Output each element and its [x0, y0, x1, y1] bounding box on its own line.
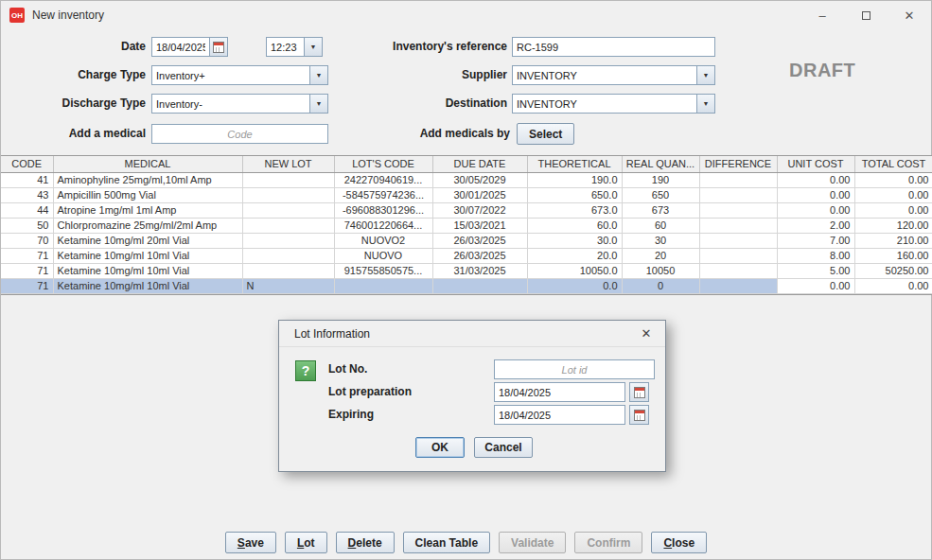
table-cell[interactable]: 0.00	[777, 172, 854, 187]
save-button[interactable]: Save	[225, 532, 276, 553]
column-header[interactable]: UNIT COST	[777, 156, 854, 172]
table-cell[interactable]: 242270940619...	[334, 172, 432, 187]
table-cell[interactable]: NUOVO	[334, 248, 432, 263]
table-cell[interactable]: 10050	[622, 263, 699, 278]
table-cell[interactable]: 120.00	[854, 218, 932, 233]
close-button[interactable]: Close	[651, 532, 707, 553]
supplier-select[interactable]: INVENTORY ▼	[512, 65, 715, 85]
table-cell[interactable]: 0.00	[777, 278, 854, 293]
lot-button[interactable]: Lot	[285, 532, 327, 553]
table-row[interactable]: 41Aminophyline 25mg/ml,10ml Amp242270940…	[1, 172, 932, 187]
table-cell[interactable]: Ketamine 10mg/ml 10ml Vial	[53, 248, 242, 263]
column-header[interactable]: REAL QUAN...	[622, 156, 699, 172]
window-close-button[interactable]: ✕	[888, 1, 931, 29]
table-cell[interactable]: 30/01/2025	[432, 187, 527, 202]
table-cell[interactable]: 915755850575...	[334, 263, 432, 278]
table-cell[interactable]	[699, 187, 777, 202]
table-cell[interactable]: Ketamine 10mg/ml 10ml Vial	[53, 278, 242, 293]
table-cell[interactable]: 210.00	[854, 233, 932, 248]
table-cell[interactable]: 0.00	[777, 187, 854, 202]
table-cell[interactable]	[699, 263, 777, 278]
table-cell[interactable]: 15/03/2021	[432, 218, 527, 233]
table-cell[interactable]: 20	[622, 248, 699, 263]
table-cell[interactable]: 0.00	[854, 187, 932, 202]
table-row[interactable]: 71Ketamine 10mg/ml 10ml VialNUOVO26/03/2…	[1, 248, 932, 263]
column-header[interactable]: LOT'S CODE	[334, 156, 432, 172]
lot-preparation-input[interactable]	[495, 383, 624, 401]
table-cell[interactable]	[242, 172, 334, 187]
lot-preparation-calendar-button[interactable]	[629, 382, 649, 402]
table-row[interactable]: 43Ampicillin 500mg Vial-584575974236...3…	[1, 187, 932, 202]
table-cell[interactable]: 31/03/2025	[432, 263, 527, 278]
charge-type-dropdown-button[interactable]: ▼	[309, 66, 327, 84]
table-cell[interactable]: 30/07/2022	[432, 202, 527, 218]
table-cell[interactable]: 50	[1, 218, 53, 233]
table-cell[interactable]	[334, 278, 432, 293]
time-input[interactable]	[267, 38, 304, 56]
clean-table-button[interactable]: Clean Table	[403, 532, 490, 553]
maximize-button[interactable]	[844, 1, 888, 29]
table-cell[interactable]: Ampicillin 500mg Vial	[53, 187, 242, 202]
table-cell[interactable]: 5.00	[777, 263, 854, 278]
table-cell[interactable]: 8.00	[777, 248, 854, 263]
table-cell[interactable]: 60	[622, 218, 699, 233]
table-cell[interactable]: 10050.0	[527, 263, 622, 278]
table-cell[interactable]: Aminophyline 25mg/ml,10ml Amp	[53, 172, 242, 187]
table-cell[interactable]: 71	[1, 278, 53, 293]
table-cell[interactable]: 30	[622, 233, 699, 248]
table-cell[interactable]	[699, 248, 777, 263]
table-cell[interactable]: N	[242, 278, 334, 293]
table-cell[interactable]	[242, 233, 334, 248]
table-cell[interactable]: 0.00	[777, 202, 854, 218]
table-cell[interactable]: 2.00	[777, 218, 854, 233]
expiring-input[interactable]	[495, 406, 624, 424]
table-cell[interactable]: 0.00	[854, 172, 932, 187]
table-cell[interactable]: 190.0	[527, 172, 622, 187]
table-cell[interactable]: 0.0	[527, 278, 622, 293]
table-row[interactable]: 71Ketamine 10mg/ml 10ml VialN0.000.000.0…	[1, 278, 932, 293]
table-cell[interactable]: 650.0	[527, 187, 622, 202]
column-header[interactable]: CODE	[1, 156, 53, 172]
table-cell[interactable]: 7.00	[777, 233, 854, 248]
column-header[interactable]: THEORETICAL	[527, 156, 622, 172]
table-cell[interactable]	[699, 172, 777, 187]
reference-input[interactable]	[513, 38, 714, 56]
lot-no-input[interactable]	[495, 360, 654, 378]
date-calendar-button[interactable]	[209, 38, 227, 56]
table-cell[interactable]: Ketamine 10mg/ml 20ml Vial	[53, 233, 242, 248]
table-cell[interactable]: 20.0	[527, 248, 622, 263]
table-cell[interactable]: 41	[1, 172, 53, 187]
table-cell[interactable]	[242, 248, 334, 263]
discharge-type-select[interactable]: Inventory- ▼	[151, 94, 328, 114]
delete-button[interactable]: Delete	[336, 532, 395, 553]
table-row[interactable]: 71Ketamine 10mg/ml 10ml Vial915755850575…	[1, 263, 932, 278]
table-cell[interactable]: -584575974236...	[334, 187, 432, 202]
table-cell[interactable]: 71	[1, 248, 53, 263]
table-cell[interactable]: 746001220664...	[334, 218, 432, 233]
ok-button[interactable]: OK	[415, 437, 465, 458]
table-cell[interactable]: 44	[1, 202, 53, 218]
table-cell[interactable]	[699, 202, 777, 218]
table-cell[interactable]: 0	[622, 278, 699, 293]
table-cell[interactable]	[699, 233, 777, 248]
table-cell[interactable]	[699, 218, 777, 233]
expiring-calendar-button[interactable]	[629, 405, 649, 425]
table-cell[interactable]: 71	[1, 263, 53, 278]
column-header[interactable]: NEW LOT	[242, 156, 334, 172]
table-cell[interactable]: 26/03/2025	[432, 233, 527, 248]
table-cell[interactable]: 30.0	[527, 233, 622, 248]
table-cell[interactable]	[242, 218, 334, 233]
destination-dropdown-button[interactable]: ▼	[696, 95, 714, 113]
table-cell[interactable]	[699, 278, 777, 293]
table-cell[interactable]: 160.00	[854, 248, 932, 263]
table-cell[interactable]: 26/03/2025	[432, 248, 527, 263]
column-header[interactable]: MEDICAL	[53, 156, 242, 172]
dialog-close-button[interactable]: ✕	[627, 321, 665, 347]
column-header[interactable]: DUE DATE	[432, 156, 527, 172]
table-cell[interactable]: 43	[1, 187, 53, 202]
discharge-type-dropdown-button[interactable]: ▼	[309, 95, 327, 113]
table-cell[interactable]: 0.00	[854, 278, 932, 293]
supplier-dropdown-button[interactable]: ▼	[696, 66, 714, 84]
table-cell[interactable]: 0.00	[854, 202, 932, 218]
table-row[interactable]: 44Atropine 1mg/ml 1ml Amp-696088301296..…	[1, 202, 932, 218]
